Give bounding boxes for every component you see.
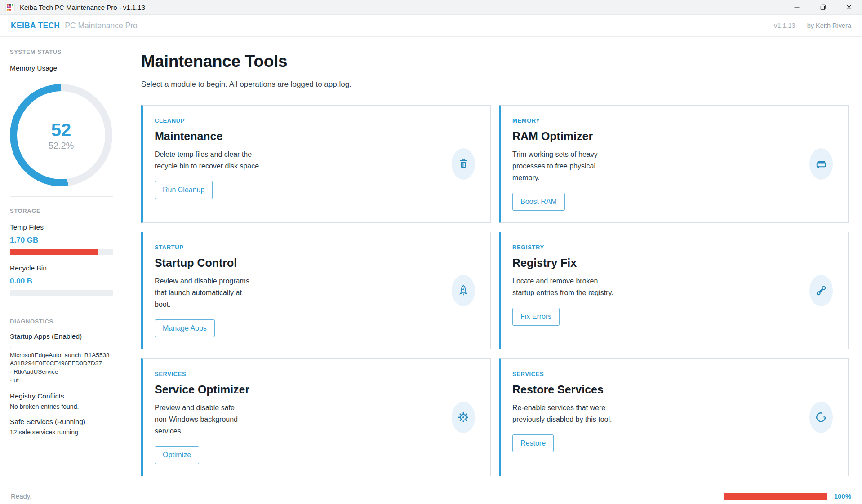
card-category: REGISTRY: [512, 244, 835, 251]
card-icon-badge: [809, 275, 833, 306]
section-system-status: SYSTEM STATUS: [10, 49, 113, 55]
manage-apps-button[interactable]: Manage Apps: [155, 319, 215, 337]
card-icon-badge: [809, 402, 833, 433]
card-category: SERVICES: [155, 371, 477, 377]
author-label: by Keith Rivera: [807, 22, 851, 29]
card-title: Startup Control: [155, 256, 477, 270]
gear-icon: [457, 411, 470, 424]
page-subtitle: Select a module to begin. All operations…: [141, 80, 849, 89]
memory-usage-label: Memory Usage: [10, 64, 113, 72]
restore-button[interactable]: Restore: [512, 434, 554, 452]
card-maintenance: CLEANUP Maintenance Delete temp files an…: [141, 105, 491, 223]
card-category: CLEANUP: [155, 117, 477, 124]
registry-conflicts-title: Registry Conflicts: [10, 392, 113, 400]
card-ram-optimizer: MEMORY RAM Optimizer Trim working sets o…: [499, 105, 849, 223]
memory-value: 52: [51, 120, 71, 140]
card-icon-badge: [452, 402, 475, 433]
run-cleanup-button[interactable]: Run Cleanup: [155, 181, 213, 199]
statusbar-progress: 100%: [724, 492, 851, 500]
window-title: Keiba Tech PC Maintenance Pro · v1.1.13: [20, 4, 145, 11]
temp-files-bar-fill: [10, 249, 98, 255]
card-title: RAM Optimizer: [512, 130, 835, 143]
main-content: Maintenance Tools Select a module to beg…: [122, 37, 862, 488]
card-description: Locate and remove broken startup entries…: [512, 275, 638, 299]
window-controls: [784, 0, 862, 14]
card-title: Service Optimizer: [155, 383, 477, 396]
startup-app-entry: · MicrosoftEdgeAutoLaunch_B1A5538A31B294…: [10, 343, 113, 368]
card-service-optimizer: SERVICES Service Optimizer Preview and d…: [141, 358, 491, 476]
startup-apps-title: Startup Apps (Enabled): [10, 332, 113, 340]
card-description: Re-enable services that were previously …: [512, 402, 638, 425]
fix-errors-button[interactable]: Fix Errors: [512, 308, 560, 326]
version-label: v1.1.13: [774, 22, 795, 29]
recycle-bin-bar-track: [10, 290, 113, 296]
trash-icon: [457, 158, 470, 170]
memory-percent: 52.2%: [49, 141, 74, 151]
startup-apps-list: · MicrosoftEdgeAutoLaunch_B1A5538A31B294…: [10, 343, 113, 385]
card-category: MEMORY: [512, 117, 835, 124]
card-category: SERVICES: [512, 371, 835, 377]
card-title: Restore Services: [512, 383, 835, 396]
section-storage: STORAGE: [10, 208, 113, 214]
restore-icon: [820, 4, 826, 10]
brand-logo: KEIBA TECH: [11, 21, 60, 31]
card-description: Review and disable programs that launch …: [155, 275, 280, 310]
card-category: STARTUP: [155, 244, 477, 251]
card-description: Trim working sets of heavy processes to …: [512, 149, 638, 184]
minimize-icon: [794, 4, 800, 10]
storage-item-recycle-bin: Recycle Bin 0.00 B: [10, 264, 113, 296]
rocket-icon: [457, 284, 470, 297]
close-icon: [846, 4, 852, 10]
progress-bar-fill: [724, 493, 827, 500]
section-diagnostics: DIAGNOSTICS: [10, 318, 113, 325]
card-restore-services: SERVICES Restore Services Re-enable serv…: [499, 358, 849, 476]
app-header: KEIBA TECH PC Maintenance Pro v1.1.13 by…: [0, 15, 862, 37]
registry-conflicts-detail: No broken entries found.: [10, 403, 113, 410]
minimize-button[interactable]: [784, 0, 810, 14]
card-icon-badge: [452, 148, 475, 180]
boost-ram-button[interactable]: Boost RAM: [512, 193, 565, 211]
safe-services-title: Safe Services (Running): [10, 418, 113, 426]
app-window: Keiba Tech PC Maintenance Pro · v1.1.13 …: [0, 0, 862, 504]
app-icon: [5, 3, 15, 12]
progress-percent-label: 100%: [834, 492, 851, 500]
ram-icon: [814, 157, 828, 171]
restore-button[interactable]: [810, 0, 836, 14]
page-title: Maintenance Tools: [141, 52, 849, 71]
memory-gauge-ring: 52 52.2%: [10, 84, 112, 186]
safe-services-detail: 12 safe services running: [10, 429, 113, 436]
optimize-button[interactable]: Optimize: [155, 446, 199, 464]
sidebar: SYSTEM STATUS Memory Usage 52 52.2% STOR…: [0, 37, 122, 488]
temp-files-bar-track: [10, 249, 113, 255]
storage-item-temp-files: Temp Files 1.70 GB: [10, 223, 113, 255]
progress-bar-track: [724, 493, 827, 500]
wrench-icon: [814, 284, 828, 297]
header-meta: v1.1.13 by Keith Rivera: [774, 22, 851, 29]
card-registry-fix: REGISTRY Registry Fix Locate and remove …: [499, 232, 849, 349]
titlebar: Keiba Tech PC Maintenance Pro · v1.1.13: [0, 0, 862, 15]
startup-app-entry: · ut: [10, 376, 113, 385]
card-title: Maintenance: [155, 130, 477, 143]
card-description: Delete temp files and clear the recycle …: [155, 149, 280, 172]
restore-icon: [814, 411, 828, 424]
card-icon-badge: [452, 275, 475, 306]
sidebar-divider: [10, 306, 113, 306]
card-description: Preview and disable safe non-Windows bac…: [155, 402, 280, 437]
tools-grid: CLEANUP Maintenance Delete temp files an…: [141, 105, 849, 476]
temp-files-value: 1.70 GB: [10, 236, 113, 245]
temp-files-label: Temp Files: [10, 223, 113, 231]
sidebar-divider: [10, 196, 113, 197]
close-button[interactable]: [836, 0, 862, 14]
statusbar: Ready. 100%: [0, 488, 862, 504]
card-icon-badge: [809, 148, 833, 180]
startup-app-entry: · RtkAudUService: [10, 368, 113, 376]
card-title: Registry Fix: [512, 256, 835, 270]
recycle-bin-value: 0.00 B: [10, 277, 113, 286]
card-startup-control: STARTUP Startup Control Review and disab…: [141, 232, 491, 349]
status-message: Ready.: [11, 492, 31, 500]
app-name: PC Maintenance Pro: [65, 21, 137, 31]
recycle-bin-label: Recycle Bin: [10, 264, 113, 272]
memory-gauge-center: 52 52.2%: [17, 91, 105, 179]
